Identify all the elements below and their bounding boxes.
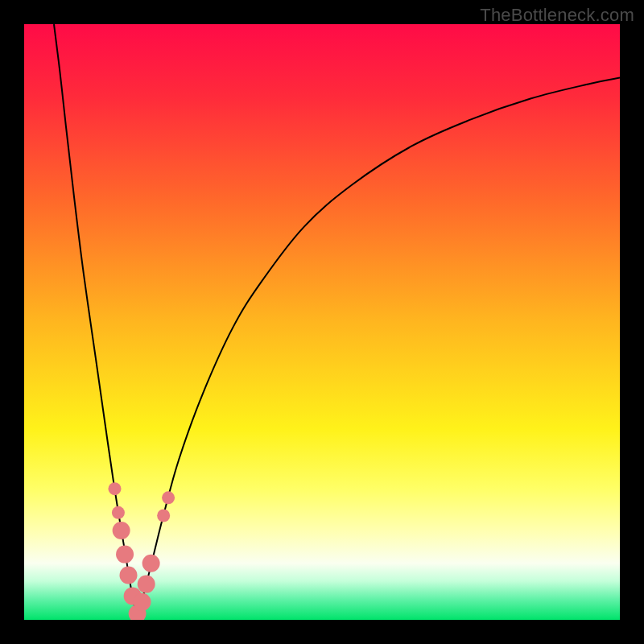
marker-point [142,555,160,572]
marker-point [112,506,125,519]
marker-point [108,482,121,495]
marker-point [113,522,130,539]
plot-area [24,24,620,620]
chart-svg [24,24,620,620]
watermark-text: TheBottleneck.com [480,5,634,26]
outer-frame: TheBottleneck.com [0,0,644,644]
marker-point [134,593,151,611]
marker-point [157,510,170,522]
marker-point [138,576,155,593]
marker-point [120,567,138,584]
marker-point [116,546,134,564]
marker-point [162,491,175,504]
